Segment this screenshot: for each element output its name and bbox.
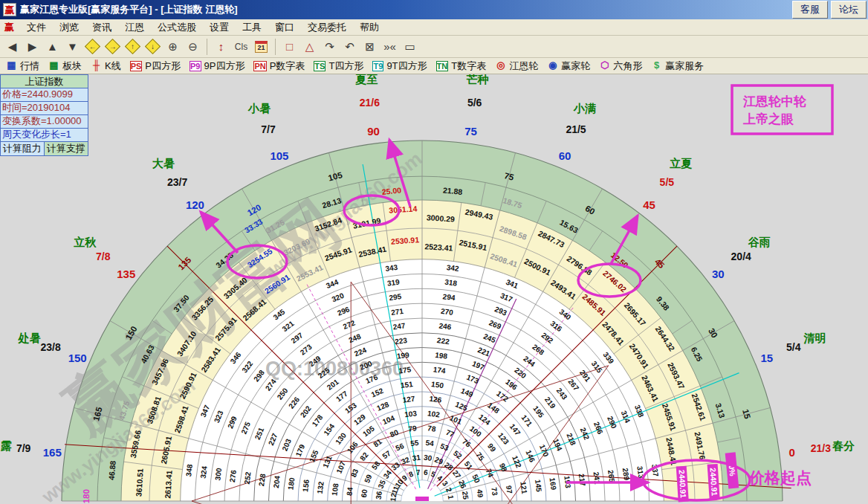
module-button-p-table[interactable]: PNP数字表 <box>250 59 310 74</box>
module-button-kline[interactable]: ╫K线 <box>88 59 126 74</box>
svg-text:QQ:100800360: QQ:100800360 <box>265 358 404 380</box>
svg-text:348: 348 <box>184 463 194 476</box>
svg-text:319: 319 <box>386 278 400 288</box>
module-label: T四方形 <box>328 59 363 73</box>
module-label: 六角形 <box>613 59 642 73</box>
square-tool-icon[interactable]: □ <box>280 38 299 56</box>
menu-item-浏览[interactable]: 浏览 <box>53 19 85 36</box>
hexagon-icon: ⬡ <box>599 61 610 71</box>
svg-text:54: 54 <box>425 439 435 448</box>
calc-resistance-button[interactable]: 计算阻力 <box>0 142 45 156</box>
module-button-sectors[interactable]: ▩板块 <box>45 59 87 74</box>
forward-arrow-icon[interactable]: ▶ <box>23 38 42 56</box>
triangle-tool-icon[interactable]: △ <box>300 38 319 56</box>
svg-text:60: 60 <box>559 149 571 162</box>
svg-text:49: 49 <box>476 489 485 499</box>
svg-text:324: 324 <box>199 465 209 479</box>
svg-text:175: 175 <box>398 365 412 375</box>
menu-item-设置[interactable]: 设置 <box>203 19 236 36</box>
menu-item-公式选股[interactable]: 公式选股 <box>151 19 203 36</box>
menu-item-工具[interactable]: 工具 <box>236 19 268 36</box>
module-button-gann-wheel[interactable]: ◎江恩轮 <box>492 59 543 74</box>
module-button-hexagon[interactable]: ⬡六角形 <box>596 59 647 74</box>
winner-wheel-icon: ◉ <box>547 61 558 71</box>
p-square-icon: PS <box>130 61 143 71</box>
svg-text:25.00: 25.00 <box>381 185 401 196</box>
svg-text:135: 135 <box>117 268 135 280</box>
module-button-quotes[interactable]: ▦行情 <box>3 59 45 74</box>
menu-item-江恩[interactable]: 江恩 <box>118 19 151 36</box>
module-button-t-table[interactable]: TNT数字表 <box>433 59 492 74</box>
screen-icon[interactable]: ▭ <box>401 38 419 56</box>
svg-text:300: 300 <box>213 467 223 480</box>
rotate-ccw-icon[interactable]: ↶ <box>340 38 359 56</box>
svg-text:60: 60 <box>360 488 369 498</box>
svg-text:132: 132 <box>316 481 326 494</box>
svg-text:223: 223 <box>395 336 408 346</box>
menu-item-交易委托[interactable]: 交易委托 <box>301 19 353 36</box>
module-button-t-square[interactable]: TST四方形 <box>311 59 369 74</box>
menu-item-帮助[interactable]: 帮助 <box>353 19 386 36</box>
panel-field-3[interactable]: 周天变化步长=1 <box>0 129 88 142</box>
p-table-icon: PN <box>253 61 266 71</box>
customer-service-button[interactable]: 客服 <box>792 1 828 19</box>
module-button-winner-service[interactable]: $赢家服务 <box>648 59 709 74</box>
module-button-winner-wheel[interactable]: ◉赢家轮 <box>544 59 595 74</box>
svg-text:7/9: 7/9 <box>16 442 31 454</box>
main-toolbar: ◀▶▲▼←→↑↓⊕⊖↕Cls21□△↷↶⊠»«▭ <box>0 36 868 58</box>
pan-left-icon[interactable]: ← <box>83 38 102 56</box>
toolbar-separator <box>207 39 207 55</box>
module-label: 9P四方形 <box>204 59 245 73</box>
title-bar: 赢 赢家江恩专业版[赢家服务平台] - [上证指数 江恩轮] 客服论坛 <box>0 0 868 19</box>
svg-text:2523.41: 2523.41 <box>424 242 453 252</box>
rotate-cw-icon[interactable]: ↷ <box>320 38 339 56</box>
updown-scale-icon[interactable]: ↕ <box>212 38 230 56</box>
svg-text:252: 252 <box>242 471 252 485</box>
svg-text:25: 25 <box>461 491 470 500</box>
svg-text:立秋: 立秋 <box>73 236 97 248</box>
svg-text:75: 75 <box>464 125 477 138</box>
svg-text:立夏: 立夏 <box>669 157 692 169</box>
winner-service-icon: $ <box>651 61 662 71</box>
svg-text:23/8: 23/8 <box>41 341 61 353</box>
zoom-out-icon[interactable]: ⊖ <box>184 38 202 56</box>
module-button-9p-square[interactable]: P99P四方形 <box>187 59 250 74</box>
svg-text:3051.14: 3051.14 <box>389 204 418 214</box>
svg-text:处暑: 处暑 <box>18 332 41 344</box>
svg-text:20/4: 20/4 <box>731 251 751 262</box>
app-logo-icon: 赢 <box>3 3 16 16</box>
forum-button[interactable]: 论坛 <box>831 1 867 19</box>
pointer-down-icon[interactable]: ▼ <box>63 38 82 56</box>
pan-right-icon[interactable]: → <box>103 38 122 56</box>
calc-support-button[interactable]: 计算支撑 <box>45 142 89 156</box>
panel-field-2[interactable]: 变换系数=1.00000 <box>0 115 88 129</box>
module-button-p-square[interactable]: PSP四方形 <box>127 59 186 74</box>
center-focus-icon[interactable]: »« <box>380 38 399 56</box>
panel-field-0[interactable]: 价格=2440.9099 <box>0 88 88 102</box>
svg-text:7/8: 7/8 <box>96 251 111 262</box>
panel-field-1[interactable]: 时间=20190104 <box>0 102 88 115</box>
back-arrow-icon[interactable]: ◀ <box>3 38 22 56</box>
module-button-9t-square[interactable]: T99T四方形 <box>369 59 432 74</box>
svg-text:343: 343 <box>385 263 398 273</box>
menu-item-资讯[interactable]: 资讯 <box>85 19 118 36</box>
zoom-in-icon[interactable]: ⊕ <box>163 38 182 56</box>
kline-icon: ╫ <box>91 61 102 71</box>
pointer-up-icon[interactable]: ▲ <box>43 38 62 56</box>
module-toolbar: ▦行情▩板块╫K线PSP四方形P99P四方形PNP数字表TST四方形T99T四方… <box>0 58 868 74</box>
svg-text:55: 55 <box>410 439 420 448</box>
calendar-icon[interactable]: 21 <box>252 38 271 56</box>
menu-item-文件[interactable]: 文件 <box>20 19 53 36</box>
t-square-icon: TS <box>314 61 326 71</box>
svg-text:150: 150 <box>68 352 87 364</box>
window-title: 赢家江恩专业版[赢家服务平台] - [上证指数 江恩轮] <box>20 3 237 16</box>
svg-text:21.88: 21.88 <box>442 185 462 196</box>
svg-text:169: 169 <box>548 477 558 491</box>
pan-down-icon[interactable]: ↓ <box>143 38 162 56</box>
menu-item-窗口[interactable]: 窗口 <box>268 19 301 36</box>
svg-text:270: 270 <box>441 307 454 317</box>
pan-up-icon[interactable]: ↑ <box>123 38 142 56</box>
cls-button[interactable]: Cls <box>232 38 250 56</box>
toolbar-separator <box>275 39 276 55</box>
boxed-x-icon[interactable]: ⊠ <box>360 38 379 56</box>
